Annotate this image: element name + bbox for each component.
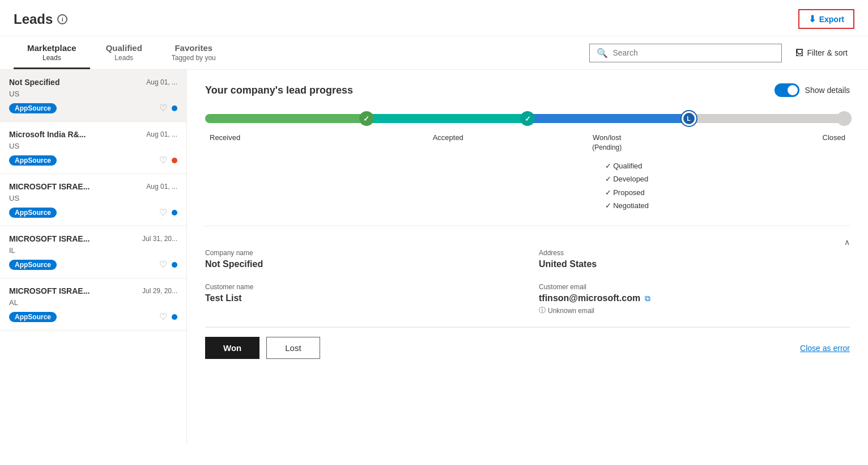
lead-row-1: MICROSOFT ISRAE... Jul 31, 20... (9, 234, 177, 243)
customer-name-value: Test List (205, 293, 516, 303)
info-icon[interactable]: i (57, 14, 67, 24)
lead-row-3: AppSource ♡ (9, 207, 177, 218)
lead-date: Aug 01, ... (146, 130, 177, 138)
export-button[interactable]: ⬇ Export (798, 9, 854, 29)
progress-step-labels: Received Accepted Won/lost(Pending) Clos… (205, 133, 850, 153)
customer-name-field: Customer name Test List (205, 283, 516, 315)
progress-node-closed (837, 111, 852, 126)
step-label-closed: Closed (687, 133, 850, 153)
tab-qualified-label: Qualified (106, 43, 142, 53)
status-dot (172, 158, 177, 163)
progress-bar-area: ✓ ✓ L (205, 108, 850, 129)
lead-company: Microsoft India R&... (9, 130, 86, 139)
lead-item[interactable]: MICROSOFT ISRAE... Aug 01, ... US AppSou… (0, 174, 186, 226)
lead-item[interactable]: MICROSOFT ISRAE... Jul 31, 20... IL AppS… (0, 226, 186, 278)
step-label-wonlost: Won/lost(Pending) (527, 133, 687, 153)
page-title-area: Leads i (14, 11, 67, 27)
lead-actions: ♡ (159, 207, 177, 218)
lead-company: MICROSOFT ISRAE... (9, 234, 90, 243)
company-detail-section: ∧ Company name Not Specified Address Uni… (205, 226, 850, 327)
tab-marketplace-label: Marketplace (27, 43, 76, 53)
lead-country: US (9, 194, 177, 202)
lead-row-1: Not Specified Aug 01, ... (9, 78, 177, 87)
favorite-icon[interactable]: ♡ (159, 259, 167, 270)
lead-badge: AppSource (9, 312, 57, 322)
favorite-icon[interactable]: ♡ (159, 207, 167, 218)
customer-email-field: Customer email tfinson@microsoft.com ⧉ ⓘ… (539, 283, 850, 315)
progress-node-received: ✓ (359, 111, 374, 126)
progress-title: Your company's lead progress (205, 84, 353, 96)
filter-sort-button[interactable]: ⛾ Filter & sort (789, 45, 854, 61)
favorite-icon[interactable]: ♡ (159, 155, 167, 166)
address-value: United States (539, 259, 850, 269)
detail-panel: Your company's lead progress Show detail… (187, 70, 868, 444)
tabs-bar: Marketplace Leads Qualified Leads Favori… (0, 36, 868, 70)
search-input[interactable] (612, 48, 775, 57)
leads-list: Not Specified Aug 01, ... US AppSource ♡… (0, 70, 187, 444)
lead-badge: AppSource (9, 103, 57, 113)
action-bar: Won Lost Close as error (205, 327, 850, 368)
toggle-container: Show details (775, 83, 850, 97)
check-negotiated: ✓ Negotiated (605, 199, 850, 212)
close-as-error-button[interactable]: Close as error (800, 344, 850, 353)
lead-date: Aug 01, ... (146, 183, 177, 191)
tab-qualified[interactable]: Qualified Leads (90, 36, 158, 69)
lead-row-3: AppSource ♡ (9, 103, 177, 113)
progress-section: Your company's lead progress Show detail… (205, 83, 850, 226)
main-content: Not Specified Aug 01, ... US AppSource ♡… (0, 70, 868, 444)
page-header: Leads i ⬇ Export (0, 0, 868, 36)
check-proposed: ✓ Proposed (605, 186, 850, 199)
favorite-icon[interactable]: ♡ (159, 103, 167, 113)
lead-badge: AppSource (9, 208, 57, 218)
detail-grid: Company name Not Specified Address Unite… (205, 249, 850, 315)
status-dot (172, 210, 177, 215)
won-button[interactable]: Won (205, 337, 259, 359)
status-dot (172, 105, 177, 111)
filter-icon: ⛾ (795, 48, 803, 57)
lead-row-1: Microsoft India R&... Aug 01, ... (9, 130, 177, 139)
step-label-accepted: Accepted (369, 133, 528, 153)
show-details-label: Show details (805, 86, 850, 95)
lead-country: US (9, 142, 177, 150)
company-name-label: Company name (205, 249, 516, 257)
lead-company: Not Specified (9, 78, 59, 87)
copy-email-icon[interactable]: ⧉ (645, 294, 650, 303)
lost-button[interactable]: Lost (266, 337, 320, 359)
lead-row-3: AppSource ♡ (9, 311, 177, 322)
lead-row-3: AppSource ♡ (9, 259, 177, 270)
lead-row-3: AppSource ♡ (9, 155, 177, 166)
tabs-right-controls: 🔍 ⛾ Filter & sort (589, 44, 854, 62)
lead-item[interactable]: Microsoft India R&... Aug 01, ... US App… (0, 122, 186, 174)
search-box[interactable]: 🔍 (589, 44, 782, 62)
company-name-value: Not Specified (205, 259, 516, 269)
lead-actions: ♡ (159, 155, 177, 166)
progress-node-accepted: ✓ (520, 111, 535, 126)
address-field: Address United States (539, 249, 850, 269)
tab-favorites[interactable]: Favorites Tagged by you (158, 36, 229, 69)
tab-marketplace[interactable]: Marketplace Leads (14, 36, 90, 69)
collapse-icon[interactable]: ∧ (844, 238, 850, 247)
show-details-toggle[interactable] (775, 83, 799, 97)
lead-item[interactable]: MICROSOFT ISRAE... Jul 29, 20... AL AppS… (0, 278, 186, 331)
check-developed: ✓ Developed (605, 172, 850, 185)
lead-country: AL (9, 298, 177, 307)
action-bar-left: Won Lost (205, 337, 320, 359)
lead-item[interactable]: Not Specified Aug 01, ... US AppSource ♡ (0, 70, 186, 122)
company-name-field: Company name Not Specified (205, 249, 516, 269)
lead-actions: ♡ (159, 311, 177, 322)
lead-date: Jul 29, 20... (142, 287, 177, 295)
page-title: Leads (14, 11, 53, 27)
tab-qualified-sublabel: Leads (114, 54, 133, 62)
favorite-icon[interactable]: ♡ (159, 311, 167, 322)
email-row: tfinson@microsoft.com ⧉ (539, 293, 850, 303)
lead-date: Jul 31, 20... (142, 235, 177, 243)
progress-header: Your company's lead progress Show detail… (205, 83, 850, 97)
lead-row-1: MICROSOFT ISRAE... Jul 29, 20... (9, 286, 177, 295)
step-label-received: Received (205, 133, 369, 153)
lead-country: US (9, 90, 177, 98)
export-icon: ⬇ (809, 14, 816, 24)
status-dot (172, 262, 177, 268)
lead-country: IL (9, 246, 177, 255)
customer-email-label: Customer email (539, 283, 850, 291)
check-qualified: ✓ Qualified (605, 159, 850, 172)
